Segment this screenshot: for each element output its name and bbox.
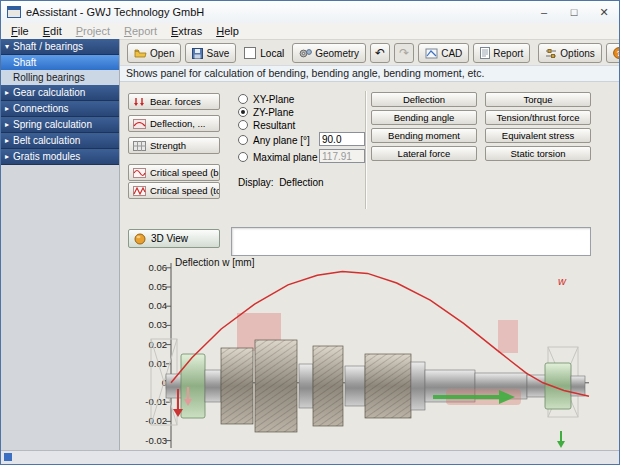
redo-button[interactable]: ↷ xyxy=(394,43,414,63)
bearing-forces-button[interactable]: Bear. forces xyxy=(128,93,220,110)
3d-cube-icon xyxy=(134,233,146,245)
radio-icon xyxy=(238,120,248,130)
lateral-force-button[interactable]: Lateral force xyxy=(371,146,477,161)
window-title: eAssistant - GWJ Technology GmbH xyxy=(26,6,204,18)
gear-4 xyxy=(365,354,411,418)
curve-series-label: w xyxy=(558,275,567,287)
app-window: eAssistant - GWJ Technology GmbH – □ ✕ F… xyxy=(0,0,620,465)
radio-resultant[interactable]: Resultant xyxy=(238,119,295,131)
menu-report[interactable]: Report xyxy=(117,24,164,39)
menu-bar: File Edit Project Report Extras Help xyxy=(1,23,619,40)
sidebar-section-connections[interactable]: ▸ Connections xyxy=(1,101,119,117)
menu-help[interactable]: Help xyxy=(209,24,246,39)
cad-icon xyxy=(425,48,438,59)
options-button[interactable]: Options xyxy=(538,43,601,63)
sidebar-section-spring-calculation[interactable]: ▸ Spring calculation xyxy=(1,117,119,133)
save-button[interactable]: Save xyxy=(185,43,236,63)
shaft-2d-outline xyxy=(151,339,578,425)
hint-bar: Shows panel for calculation of bending, … xyxy=(120,65,619,82)
menu-project[interactable]: Project xyxy=(69,24,117,39)
status-grip xyxy=(4,453,12,461)
info-display-field[interactable] xyxy=(231,227,591,256)
bearing-forces-icon xyxy=(133,97,146,107)
report-button[interactable]: Report xyxy=(473,43,530,63)
open-button[interactable]: Open xyxy=(127,43,181,63)
gear-1 xyxy=(221,348,253,424)
display-value: Deflection xyxy=(279,177,323,188)
tension-thrust-force-button[interactable]: Tension/thrust force xyxy=(485,110,591,125)
chevron-right-icon: ▸ xyxy=(5,89,9,97)
sidebar-section-gratis-modules[interactable]: ▸ Gratis modules xyxy=(1,149,119,165)
chart-y-axis-label: Deflection w [mm] xyxy=(175,257,254,268)
sidebar-subpanel: Shaft Rolling bearings xyxy=(1,55,119,85)
chevron-right-icon: ▸ xyxy=(5,105,9,113)
title-bar[interactable]: eAssistant - GWJ Technology GmbH – □ ✕ xyxy=(1,1,619,24)
chevron-right-icon: ▸ xyxy=(5,137,9,145)
maximize-button[interactable]: □ xyxy=(559,1,589,23)
y-tick-label: 0.02 xyxy=(129,340,167,350)
deflection-curve-icon xyxy=(133,119,146,129)
torque-button[interactable]: Torque xyxy=(485,92,591,107)
undo-icon: ↶ xyxy=(375,46,385,60)
radio-maximal-plane[interactable]: Maximal plane xyxy=(238,151,317,163)
radio-icon xyxy=(238,152,248,162)
y-tick-label: 0.04 xyxy=(129,301,167,311)
critical-speed-bending-button[interactable]: Critical speed (bend.) xyxy=(128,164,220,181)
geometry-button[interactable]: Geometry xyxy=(292,43,366,63)
critical-speed-tors-icon xyxy=(133,186,146,196)
menu-edit[interactable]: Edit xyxy=(36,24,69,39)
chart-axes xyxy=(166,263,589,448)
shaft-3d-render xyxy=(166,340,585,432)
save-icon xyxy=(192,48,203,59)
right-bearing xyxy=(545,363,571,409)
critical-speed-torsion-button[interactable]: Critical speed (tors.) xyxy=(128,182,220,199)
main-toolbar: Open Save Local Geometry ↶ ↷ CAD Report … xyxy=(120,41,619,65)
close-button[interactable]: ✕ xyxy=(589,1,619,23)
y-tick-label: -0.01 xyxy=(129,397,167,407)
sidebar-section-belt-calculation[interactable]: ▸ Belt calculation xyxy=(1,133,119,149)
sidebar-section-shaft-bearings[interactable]: ▾ Shaft / bearings xyxy=(1,39,119,55)
minimize-button[interactable]: – xyxy=(529,1,559,23)
radio-xy-plane[interactable]: XY-Plane xyxy=(238,93,294,105)
y-tick-label: 0.06 xyxy=(129,263,167,273)
bending-moment-button[interactable]: Bending moment xyxy=(371,128,477,143)
radio-icon xyxy=(238,94,248,104)
cad-button[interactable]: CAD xyxy=(418,43,469,63)
deflection-curve xyxy=(171,271,589,396)
deflection-result-button[interactable]: Deflection xyxy=(371,92,477,107)
sidebar-section-gear-calculation[interactable]: ▸ Gear calculation xyxy=(1,85,119,101)
strength-grid-icon xyxy=(133,141,146,151)
vertical-separator xyxy=(365,91,366,209)
bending-angle-button[interactable]: Bending angle xyxy=(371,110,477,125)
equivalent-stress-button[interactable]: Equivalent stress xyxy=(485,128,591,143)
gears-icon xyxy=(299,48,312,59)
undo-button[interactable]: ↶ xyxy=(370,43,390,63)
app-icon xyxy=(7,6,21,18)
gear-3 xyxy=(313,346,343,426)
sidebar-item-rolling-bearings[interactable]: Rolling bearings xyxy=(1,70,119,85)
radio-zy-plane[interactable]: ZY-Plane xyxy=(238,106,294,118)
gear-2 xyxy=(255,340,297,432)
strength-button[interactable]: Strength xyxy=(128,137,220,154)
radio-any-plane[interactable]: Any plane [°] xyxy=(238,134,310,146)
redo-icon: ↷ xyxy=(399,46,409,60)
help-button[interactable]: ? Help xyxy=(606,43,620,63)
load-arrows xyxy=(173,387,565,448)
display-status: Display: Deflection xyxy=(238,177,324,188)
chevron-down-icon: ▾ xyxy=(5,43,9,51)
deflection-button[interactable]: Deflection, ... xyxy=(128,115,220,132)
static-torsion-button[interactable]: Static torsion xyxy=(485,146,591,161)
folder-open-icon xyxy=(134,48,147,59)
radio-icon xyxy=(238,135,248,145)
y-tick-label: -0.02 xyxy=(129,416,167,426)
3d-view-button[interactable]: 3D View xyxy=(128,229,220,248)
local-checkbox[interactable]: Local xyxy=(240,47,288,59)
y-tick-label: 0.01 xyxy=(129,359,167,369)
svg-text:?: ? xyxy=(616,49,620,58)
radio-selected-icon xyxy=(238,107,248,117)
any-plane-input[interactable] xyxy=(319,132,365,146)
sidebar-item-shaft[interactable]: Shaft xyxy=(1,55,119,70)
force-overlays xyxy=(237,313,518,353)
menu-extras[interactable]: Extras xyxy=(164,24,209,39)
menu-file[interactable]: File xyxy=(4,24,36,39)
